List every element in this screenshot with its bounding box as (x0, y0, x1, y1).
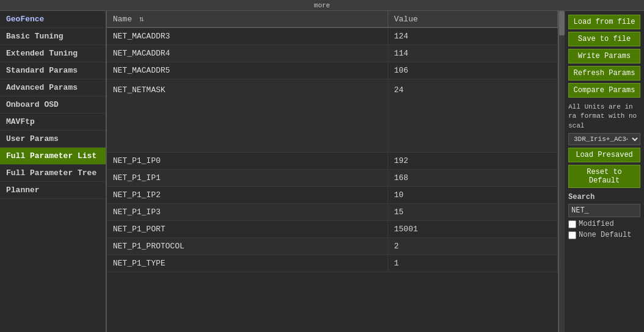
table-row[interactable]: NET_MACADDR5106 (107, 62, 558, 79)
table-row[interactable]: NET_P1_IP315 (107, 204, 558, 221)
content-area: Name ⇅ Value NET_MACADDR3124NET_MACADDR4… (107, 11, 644, 332)
compare-params-button[interactable]: Compare Params (568, 83, 640, 98)
load-from-file-button[interactable]: Load from file (568, 15, 640, 29)
none-default-label: None Default (579, 231, 631, 239)
load-presaved-button[interactable]: Load Presaved (568, 148, 640, 162)
sidebar-item-user-params[interactable]: User Params (0, 131, 106, 148)
none-default-checkbox[interactable] (568, 231, 576, 239)
write-params-button[interactable]: Write Params (568, 49, 640, 63)
sidebar-item-extended-tuning[interactable]: Extended Tuning (0, 45, 106, 62)
param-name-cell: NET_P1_IP1 (107, 170, 388, 187)
modified-checkbox[interactable] (568, 220, 576, 228)
param-value-cell[interactable]: 2 (388, 238, 558, 255)
param-name-cell: NET_P1_TYPE (107, 255, 388, 272)
param-name-cell: NET_NETMASK (107, 79, 388, 153)
param-name-cell: NET_MACADDR4 (107, 45, 388, 62)
col-header-name[interactable]: Name ⇅ (107, 11, 388, 27)
modified-checkbox-row: Modified (568, 220, 640, 228)
sidebar: GeoFence Basic Tuning Extended Tuning St… (0, 11, 107, 332)
param-value-cell[interactable]: 15 (388, 204, 558, 221)
param-name-cell: NET_MACADDR3 (107, 27, 388, 45)
table-scrollbar[interactable] (559, 11, 565, 332)
param-table: Name ⇅ Value NET_MACADDR3124NET_MACADDR4… (107, 11, 558, 272)
right-panel: Load from file Save to file Write Params… (565, 11, 644, 332)
param-name-cell: NET_P1_IP0 (107, 153, 388, 170)
main-layout: GeoFence Basic Tuning Extended Tuning St… (0, 11, 644, 332)
reset-to-default-button[interactable]: Reset to Default (568, 165, 640, 188)
table-row[interactable]: NET_P1_IP0192 (107, 153, 558, 170)
table-row[interactable]: NET_NETMASK24 (107, 79, 558, 153)
sidebar-item-standard-params[interactable]: Standard Params (0, 62, 106, 79)
param-value-cell[interactable]: 168 (388, 170, 558, 187)
modified-label: Modified (579, 220, 614, 228)
param-value-cell[interactable]: 24 (388, 79, 558, 153)
search-label: Search (568, 193, 640, 201)
sidebar-item-full-parameter-tree[interactable]: Full Parameter Tree (0, 165, 106, 182)
param-name-cell: NET_P1_IP2 (107, 187, 388, 204)
param-name-cell: NET_MACADDR5 (107, 62, 388, 79)
preset-dropdown[interactable]: 3DR_Iris+_AC34 (568, 133, 640, 145)
col-header-value[interactable]: Value (388, 11, 558, 27)
param-value-cell[interactable]: 15001 (388, 221, 558, 238)
param-name-cell: NET_P1_PORT (107, 221, 388, 238)
sidebar-item-basic-tuning[interactable]: Basic Tuning (0, 28, 106, 45)
table-row[interactable]: NET_P1_PORT15001 (107, 221, 558, 238)
top-bar-title: more (314, 2, 330, 9)
table-row[interactable]: NET_P1_IP1168 (107, 170, 558, 187)
table-row[interactable]: NET_P1_TYPE1 (107, 255, 558, 272)
dropdown-row: 3DR_Iris+_AC34 (568, 133, 640, 145)
save-to-file-button[interactable]: Save to file (568, 32, 640, 46)
table-row[interactable]: NET_P1_IP210 (107, 187, 558, 204)
param-name-cell: NET_P1_IP3 (107, 204, 388, 221)
param-value-cell[interactable]: 124 (388, 27, 558, 45)
param-value-cell[interactable]: 192 (388, 153, 558, 170)
param-value-cell[interactable]: 106 (388, 62, 558, 79)
table-row[interactable]: NET_P1_PROTOCOL2 (107, 238, 558, 255)
sidebar-item-geofence[interactable]: GeoFence (0, 11, 106, 28)
param-table-container[interactable]: Name ⇅ Value NET_MACADDR3124NET_MACADDR4… (107, 11, 559, 332)
table-row[interactable]: NET_MACADDR3124 (107, 27, 558, 45)
search-input[interactable] (568, 204, 640, 217)
refresh-params-button[interactable]: Refresh Params (568, 66, 640, 81)
param-value-cell[interactable]: 1 (388, 255, 558, 272)
sort-icon: ⇅ (139, 15, 144, 24)
none-default-checkbox-row: None Default (568, 231, 640, 239)
sidebar-item-mavftp[interactable]: MAVFtp (0, 114, 106, 131)
sidebar-item-full-parameter-list[interactable]: Full Parameter List (0, 148, 106, 165)
top-bar: more (0, 0, 644, 11)
sidebar-item-advanced-params[interactable]: Advanced Params (0, 79, 106, 96)
param-value-cell[interactable]: 10 (388, 187, 558, 204)
table-row[interactable]: NET_MACADDR4114 (107, 45, 558, 62)
info-text: All Units are in ra format with no scal (568, 103, 640, 131)
param-name-cell: NET_P1_PROTOCOL (107, 238, 388, 255)
param-value-cell[interactable]: 114 (388, 45, 558, 62)
sidebar-item-planner[interactable]: Planner (0, 182, 106, 199)
sidebar-item-onboard-osd[interactable]: Onboard OSD (0, 96, 106, 114)
